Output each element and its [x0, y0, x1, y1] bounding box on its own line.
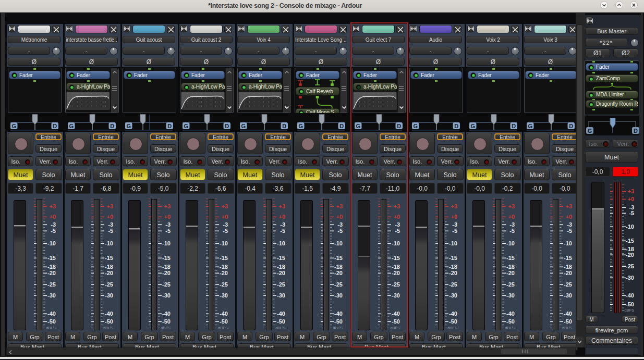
- svg-text:-5: -5: [337, 228, 343, 234]
- svg-text:-10: -10: [564, 240, 572, 246]
- svg-text:dBFS: dBFS: [161, 326, 171, 330]
- svg-text:-10: -10: [220, 240, 228, 246]
- svg-text:+0: +0: [278, 214, 285, 220]
- svg-text:+0: +0: [627, 196, 634, 202]
- svg-text:-50: -50: [220, 318, 228, 325]
- svg-text:+0: +0: [565, 214, 572, 220]
- svg-text:G: G: [241, 123, 246, 129]
- svg-text:+3: +3: [164, 203, 171, 209]
- svg-text:-10: -10: [626, 224, 634, 230]
- svg-text:-30: -30: [626, 275, 634, 281]
- svg-text:dBFS: dBFS: [333, 326, 343, 330]
- svg-text:+0: +0: [221, 214, 228, 220]
- svg-text:-18: -18: [105, 264, 113, 270]
- svg-text:dBFS: dBFS: [218, 326, 228, 330]
- svg-text:+0: +0: [451, 214, 457, 220]
- svg-text:+3: +3: [451, 203, 457, 209]
- svg-text:dBFS: dBFS: [447, 326, 457, 330]
- svg-text:-10: -10: [47, 240, 56, 246]
- svg-text:dBFS: dBFS: [275, 326, 285, 330]
- svg-text:-15: -15: [220, 255, 228, 261]
- svg-text:-25: -25: [105, 281, 113, 288]
- svg-text:-50: -50: [506, 318, 515, 325]
- svg-text:+0: +0: [49, 214, 56, 220]
- svg-text:-10: -10: [277, 240, 285, 246]
- svg-text:-40: -40: [277, 311, 285, 317]
- svg-text:-5: -5: [51, 228, 56, 234]
- svg-text:-15: -15: [277, 255, 285, 261]
- svg-text:-3: -3: [223, 221, 228, 228]
- svg-text:-20: -20: [105, 270, 113, 276]
- svg-text:-50: -50: [626, 301, 634, 307]
- svg-text:-5: -5: [567, 228, 572, 234]
- svg-text:G: G: [69, 123, 74, 129]
- svg-text:-3: -3: [567, 221, 572, 228]
- svg-text:-5: -5: [629, 210, 634, 216]
- svg-text:-20: -20: [506, 270, 515, 276]
- svg-text:G: G: [588, 128, 592, 134]
- svg-text:dBFS: dBFS: [562, 326, 572, 330]
- svg-text:-18: -18: [506, 264, 515, 270]
- svg-text:-25: -25: [334, 281, 343, 288]
- svg-text:-3: -3: [108, 221, 113, 228]
- svg-text:-40: -40: [626, 292, 634, 299]
- svg-text:+3: +3: [106, 203, 113, 209]
- svg-text:D: D: [512, 123, 516, 129]
- svg-text:D: D: [339, 123, 344, 129]
- svg-text:-20: -20: [334, 270, 343, 276]
- svg-text:G: G: [11, 123, 16, 129]
- svg-text:G: G: [126, 123, 131, 129]
- svg-text:G: G: [184, 123, 188, 129]
- svg-text:dBFS: dBFS: [505, 326, 515, 330]
- svg-text:+3: +3: [627, 188, 634, 194]
- svg-text:-40: -40: [105, 311, 113, 317]
- svg-text:D: D: [634, 128, 638, 134]
- svg-text:D: D: [53, 123, 57, 129]
- svg-text:D: D: [225, 123, 229, 129]
- svg-text:G: G: [470, 123, 475, 129]
- svg-text:G: G: [298, 123, 303, 129]
- svg-text:-15: -15: [162, 255, 171, 261]
- svg-text:-15: -15: [506, 255, 515, 261]
- svg-text:D: D: [167, 123, 172, 129]
- svg-text:-5: -5: [452, 228, 457, 234]
- svg-text:-20: -20: [47, 270, 56, 276]
- svg-text:-3: -3: [452, 221, 457, 228]
- svg-text:-20: -20: [277, 270, 285, 276]
- svg-text:-20: -20: [162, 270, 171, 276]
- svg-text:-25: -25: [47, 281, 56, 288]
- svg-text:D: D: [282, 123, 286, 129]
- svg-text:+0: +0: [508, 214, 515, 220]
- svg-text:-40: -40: [506, 311, 515, 317]
- svg-text:-5: -5: [280, 228, 285, 234]
- svg-text:-30: -30: [449, 292, 457, 299]
- svg-text:-30: -30: [334, 292, 343, 299]
- svg-text:-3: -3: [337, 221, 343, 228]
- svg-text:-3: -3: [509, 221, 515, 228]
- svg-text:D: D: [569, 123, 573, 129]
- svg-text:dBFS: dBFS: [624, 308, 634, 313]
- svg-text:D: D: [110, 123, 114, 129]
- svg-text:-50: -50: [449, 318, 457, 325]
- svg-text:-5: -5: [165, 228, 171, 234]
- svg-text:-40: -40: [220, 311, 228, 317]
- svg-text:-50: -50: [277, 318, 285, 325]
- svg-text:-15: -15: [47, 255, 56, 261]
- svg-text:-18: -18: [564, 264, 572, 270]
- svg-text:-3: -3: [280, 221, 285, 228]
- svg-text:G: G: [528, 123, 532, 129]
- svg-text:-15: -15: [564, 255, 572, 261]
- svg-text:-30: -30: [220, 292, 228, 299]
- svg-text:-20: -20: [449, 270, 457, 276]
- svg-text:-18: -18: [162, 264, 171, 270]
- svg-text:-18: -18: [220, 264, 228, 270]
- svg-text:-18: -18: [449, 264, 457, 270]
- svg-text:-30: -30: [564, 292, 572, 299]
- svg-text:+3: +3: [221, 203, 228, 209]
- svg-text:-20: -20: [220, 270, 228, 276]
- svg-text:-18: -18: [277, 264, 285, 270]
- svg-text:-15: -15: [449, 255, 457, 261]
- svg-text:-30: -30: [277, 292, 285, 299]
- svg-text:-15: -15: [105, 255, 113, 261]
- svg-text:-25: -25: [506, 281, 515, 288]
